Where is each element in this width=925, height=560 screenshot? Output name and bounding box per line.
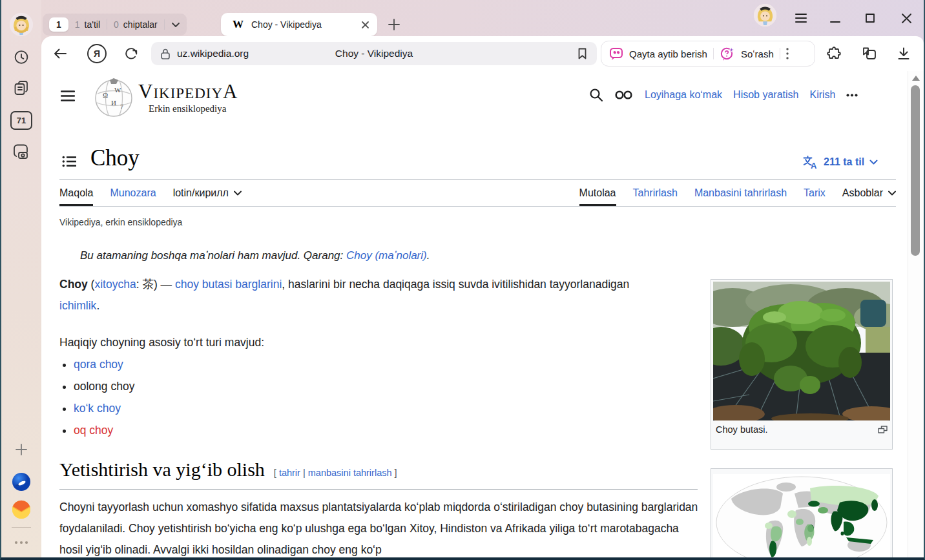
collections-tag-icon[interactable]	[861, 47, 877, 61]
address-bar[interactable]: uz.wikipedia.org Choy - Vikipediya	[151, 42, 597, 65]
wordmark-final: A	[223, 80, 238, 103]
page-scrollbar[interactable]	[908, 71, 924, 557]
section-rule	[59, 489, 698, 490]
window-maximize-button[interactable]	[865, 0, 875, 36]
tab-tarix[interactable]: Tarix	[804, 181, 826, 206]
edit-link[interactable]: tahrir	[279, 468, 300, 478]
list-item: qora choy	[74, 358, 134, 371]
qora-choy-link[interactable]: qora choy	[74, 358, 123, 371]
hatnote-link[interactable]: Choy (maʼnolari)	[346, 249, 427, 262]
yandex-browser-icon[interactable]	[12, 472, 31, 492]
page-title: Choy	[90, 147, 140, 169]
tab-munozara[interactable]: Munozara	[110, 181, 156, 206]
article-tab-row: Maqola Munozara lotin/кирилл Mutolaa Tah…	[59, 181, 896, 207]
svg-text:W: W	[114, 86, 121, 94]
downloads-icon[interactable]	[897, 47, 911, 61]
tab-manbasini-tahrirlash[interactable]: Manbasini tahrirlash	[694, 181, 787, 206]
url-text[interactable]: uz.wikipedia.org	[177, 48, 249, 59]
groups-chevron-down-icon[interactable]	[171, 22, 180, 28]
browser-menu-icon[interactable]	[795, 0, 807, 36]
scroll-up-arrow[interactable]	[912, 76, 920, 81]
window-close-button[interactable]	[901, 0, 912, 36]
enlarge-icon[interactable]	[878, 426, 888, 433]
ichimlik-link[interactable]: ichimlik	[59, 299, 96, 312]
yandex-home-button[interactable]: Я	[87, 44, 107, 63]
section-heading-row: Yetishtirish va yigʻib olish [ tahrir | …	[59, 460, 397, 479]
bookmark-icon[interactable]	[577, 47, 588, 60]
screenshot-camera-icon[interactable]	[12, 143, 30, 160]
browser-sidebar: 71	[1, 0, 41, 557]
svg-text:7: 7	[120, 103, 123, 110]
list-item: oolong choy	[74, 380, 134, 393]
tea-bush-image[interactable]	[713, 282, 890, 420]
scrollbar-thumb[interactable]	[911, 85, 920, 256]
create-account-link[interactable]: Hisob yaratish	[733, 89, 798, 101]
alice-ai-pill: Qayta aytib berish Soʻrash	[601, 41, 815, 67]
wikipedia-globe-logo[interactable]: Ω W И 7	[93, 77, 134, 118]
group-label: ta'til	[85, 19, 100, 30]
wiki-wordmark[interactable]: VIKIPEDIYA Erkin ensiklopediya	[138, 81, 238, 114]
wiki-menu-icon[interactable]	[61, 90, 75, 101]
variant-label: lotin/кирилл	[173, 187, 229, 199]
tea-bush-thumbnail: Choy butasi.	[711, 279, 893, 450]
tab-group-tatil[interactable]: 1 ta'til	[75, 19, 100, 30]
group-divider	[107, 19, 107, 30]
feed-pages-icon[interactable]	[13, 80, 30, 97]
title-divider	[59, 179, 896, 180]
donate-link[interactable]: Loyihaga koʻmak	[645, 89, 722, 101]
wiki-tagline: Erkin ensiklopediya	[149, 103, 238, 114]
browser-toolbar: Я uz.wikipedia.org Choy - Vikipediya Qay…	[41, 36, 924, 71]
toc-icon[interactable]	[62, 156, 77, 167]
tab-close-icon[interactable]	[361, 21, 369, 29]
tab-counter-badge[interactable]: 71	[10, 111, 32, 130]
window-minimize-button[interactable]	[830, 0, 840, 36]
retell-button[interactable]: Qayta aytib berish	[629, 48, 707, 59]
wordmark-middle: IKIPEDIY	[153, 85, 223, 101]
edit-source-link[interactable]: manbasini tahrirlash	[308, 468, 392, 478]
kok-choy-link[interactable]: koʻk choy	[74, 402, 121, 415]
yandex-mail-icon[interactable]	[12, 500, 31, 519]
thumb-caption: Choy butasi.	[716, 424, 768, 435]
oq-choy-redlink[interactable]: oq choy	[74, 424, 113, 437]
search-icon[interactable]	[589, 88, 603, 102]
tab-groups: 1 1 ta'til 0 chiptalar	[43, 14, 187, 36]
oolong-choy-text: oolong choy	[74, 380, 134, 393]
ask-button[interactable]: Soʻrash	[741, 48, 774, 59]
svg-text:A: A	[811, 161, 817, 170]
tab-maqola[interactable]: Maqola	[59, 181, 93, 206]
language-selector[interactable]: A 211 ta til	[802, 154, 878, 170]
tab-asboblar[interactable]: Asboblar	[842, 181, 896, 206]
wikipedia-page: Ω W И 7 VIKIPEDIYA Erkin ensiklopediya L…	[41, 71, 924, 557]
reload-button[interactable]	[124, 47, 138, 61]
retell-icon	[609, 47, 623, 61]
appearance-glasses-icon[interactable]	[614, 90, 634, 100]
history-icon[interactable]	[14, 49, 30, 65]
tab-mutolaa[interactable]: Mutolaa	[579, 181, 616, 206]
pill-divider	[780, 48, 780, 59]
profile-avatar-small[interactable]	[754, 4, 776, 26]
tab-tahrirlash[interactable]: Tahrirlash	[633, 181, 678, 206]
lock-icon[interactable]	[160, 48, 171, 60]
sidebar-add-icon[interactable]	[14, 442, 29, 457]
tab-group-selected[interactable]: 1	[49, 17, 68, 32]
xitoycha-link[interactable]: xitoycha	[94, 278, 136, 291]
extensions-puzzle-icon[interactable]	[826, 46, 842, 61]
list-item: oq choy	[74, 424, 134, 437]
back-button[interactable]	[53, 47, 67, 60]
header-more-icon[interactable]	[846, 94, 858, 97]
tab-group-chiptalar[interactable]: 0 chiptalar	[114, 19, 158, 30]
tab-variant-selector[interactable]: lotin/кирилл	[173, 181, 242, 206]
profile-avatar[interactable]	[10, 13, 33, 36]
browser-tab-active[interactable]: W Choy - Vikipediya	[221, 13, 377, 36]
ask-icon	[720, 47, 735, 61]
group-count: 0	[114, 19, 119, 30]
lead-paragraph: Choy (xitoycha: 茶) — choy butasi barglar…	[59, 274, 638, 316]
new-tab-button[interactable]	[386, 17, 402, 32]
pill-kebab-menu-icon[interactable]	[786, 48, 789, 59]
login-link[interactable]: Kirish	[809, 89, 835, 101]
language-count: 211 ta til	[824, 156, 864, 168]
section-edit-links: [ tahrir | manbasini tahrirlash ]	[274, 468, 397, 478]
sidebar-more-icon[interactable]	[13, 540, 30, 545]
world-map-image[interactable]	[713, 471, 890, 557]
choy-butasi-link[interactable]: choy butasi barglarini	[175, 278, 282, 291]
